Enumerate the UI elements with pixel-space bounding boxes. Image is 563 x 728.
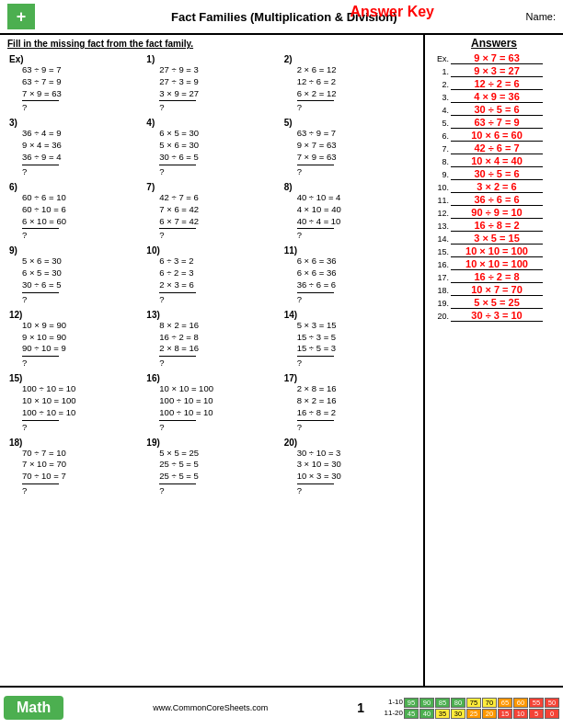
instructions: Fill in the missing fact from the fact f… (7, 39, 416, 49)
problem-line: 7 × 6 = 42 (159, 204, 276, 216)
score-cell: 85 (435, 698, 450, 708)
problem-line: 9 × 4 = 36 (22, 140, 139, 152)
content: Fill in the missing fact from the fact f… (0, 35, 563, 686)
answer-val: 30 ÷ 5 = 6 (451, 168, 543, 180)
problem-lines: 60 ÷ 6 = 1060 ÷ 10 = 66 × 10 = 60? (22, 192, 139, 240)
answer-num: 10. (429, 183, 449, 192)
answer-val: 10 × 10 = 100 (451, 258, 543, 270)
problem-label: 11) (284, 245, 297, 256)
problem-lines: 5 × 5 = 2525 ÷ 5 = 525 ÷ 5 = 5? (159, 448, 276, 495)
blank-line (22, 292, 59, 293)
answer-num: 18. (429, 286, 449, 295)
problem-line: 100 ÷ 10 = 10 (159, 407, 276, 419)
answer-row: Ex. 9 × 7 = 63 (429, 52, 559, 64)
problem-line: 10 × 10 = 100 (159, 383, 276, 395)
question-mark: ? (159, 422, 276, 432)
answer-val: 9 × 3 = 27 (451, 65, 543, 77)
page: + Fact Families (Multiplication & Divisi… (0, 0, 563, 728)
answer-num: 13. (429, 222, 449, 231)
question-mark: ? (22, 422, 139, 432)
problem-line: 60 ÷ 10 = 6 (22, 204, 139, 216)
problem-line: 7 × 9 = 63 (22, 88, 139, 100)
problem-label: 1) (146, 54, 155, 64)
problem-line: 12 ÷ 6 = 2 (297, 76, 414, 88)
problem-lines: 5 × 6 = 306 × 5 = 3030 ÷ 6 = 5? (22, 256, 139, 303)
blank-line (297, 165, 334, 165)
problem-line: 30 ÷ 6 = 5 (22, 279, 139, 291)
answer-val: 90 ÷ 9 = 10 (451, 207, 543, 219)
problem-line: 42 ÷ 7 = 6 (159, 192, 276, 204)
problem-label: 7) (146, 182, 155, 192)
problem-line: 2 × 3 = 6 (159, 279, 276, 291)
problem-block: 20)30 ÷ 10 = 33 × 10 = 3010 × 3 = 30? (282, 436, 416, 497)
question-mark: ? (22, 294, 139, 304)
answer-row: 6. 10 × 6 = 60 (429, 130, 559, 142)
question-mark: ? (159, 230, 276, 240)
problem-label: 10) (146, 245, 159, 256)
answer-num: 2. (429, 80, 449, 89)
answer-row: 1. 9 × 3 = 27 (429, 65, 559, 77)
main-area: Fill in the missing fact from the fact f… (0, 35, 423, 686)
problem-line: 15 ÷ 5 = 3 (297, 343, 414, 355)
answer-val: 63 ÷ 7 = 9 (451, 117, 543, 129)
score-table-row: 11-20454035302520151050 (373, 709, 559, 719)
answer-row: 11. 36 ÷ 6 = 6 (429, 194, 559, 206)
problem-line: 100 ÷ 10 = 10 (22, 383, 139, 395)
answer-num: 14. (429, 234, 449, 244)
problem-block: 10)6 ÷ 3 = 26 ÷ 2 = 32 × 3 = 6? (144, 244, 278, 305)
answer-row: 19. 5 × 5 = 25 (429, 297, 559, 309)
problem-line: 6 × 10 = 60 (22, 216, 139, 228)
problem-lines: 6 × 5 = 305 × 6 = 3030 ÷ 6 = 5? (159, 128, 276, 176)
score-cell: 90 (419, 698, 434, 708)
blank-line (159, 228, 196, 229)
problem-block: 1)27 ÷ 9 = 327 ÷ 3 = 93 × 9 = 27? (144, 52, 278, 114)
problem-label: 16) (146, 373, 159, 383)
problem-line: 7 × 10 = 70 (22, 459, 139, 471)
problem-block: 5)63 ÷ 9 = 79 × 7 = 637 × 9 = 63? (282, 116, 416, 177)
problem-label: 18) (9, 438, 22, 448)
problem-lines: 10 × 10 = 100100 ÷ 10 = 10100 ÷ 10 = 10? (159, 383, 276, 431)
question-mark: ? (22, 358, 139, 368)
problem-label: 4) (146, 118, 155, 128)
blank-line (159, 483, 196, 484)
math-badge: Math (4, 696, 63, 720)
answer-num: 9. (429, 170, 449, 179)
question-mark: ? (22, 166, 139, 176)
question-mark: ? (297, 230, 414, 240)
answer-val: 36 ÷ 6 = 6 (451, 194, 543, 206)
problem-label: 13) (146, 310, 159, 320)
problem-line: 36 ÷ 4 = 9 (22, 128, 139, 140)
problem-label: 19) (146, 438, 159, 448)
question-mark: ? (297, 102, 414, 112)
problem-line: 16 ÷ 8 = 2 (297, 407, 414, 419)
answer-row: 20. 30 ÷ 3 = 10 (429, 310, 559, 322)
problem-lines: 8 × 2 = 1616 ÷ 2 = 82 × 8 = 16? (159, 320, 276, 368)
question-mark: ? (297, 294, 414, 304)
answer-val: 12 ÷ 2 = 6 (451, 78, 543, 90)
problem-block: 16)10 × 10 = 100100 ÷ 10 = 10100 ÷ 10 = … (144, 371, 278, 433)
score-cell: 60 (513, 698, 528, 708)
question-mark: ? (297, 422, 414, 432)
score-cell: 25 (466, 709, 481, 719)
answer-val: 10 × 6 = 60 (451, 130, 543, 142)
answer-num: 11. (429, 196, 449, 205)
answer-num: 6. (429, 131, 449, 141)
answer-sidebar: Answers Ex. 9 × 7 = 63 1. 9 × 3 = 27 2. … (423, 35, 563, 686)
score-cells: 454035302520151050 (404, 709, 559, 719)
problem-line: 100 ÷ 10 = 10 (159, 395, 276, 407)
answer-num: Ex. (429, 54, 449, 63)
problem-line: 10 × 10 = 100 (22, 395, 139, 407)
question-mark: ? (159, 102, 276, 112)
question-mark: ? (297, 485, 414, 495)
answer-row: 8. 10 × 4 = 40 (429, 155, 559, 167)
score-cell: 50 (545, 698, 559, 708)
problem-lines: 6 ÷ 3 = 26 ÷ 2 = 32 × 3 = 6? (159, 256, 276, 303)
problem-line: 36 ÷ 9 = 4 (22, 152, 139, 164)
problem-line: 63 ÷ 7 = 9 (22, 76, 139, 88)
blank-line (297, 483, 334, 484)
problem-label: 5) (284, 118, 293, 128)
answer-val: 10 × 4 = 40 (451, 155, 543, 167)
answer-row: 5. 63 ÷ 7 = 9 (429, 117, 559, 129)
question-mark: ? (297, 358, 414, 368)
footer-url: www.CommonCoreSheets.com (73, 703, 348, 712)
